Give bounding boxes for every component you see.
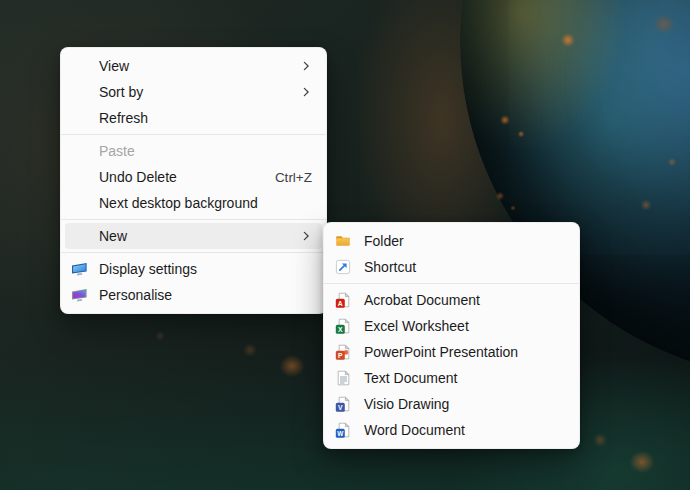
- menu-item-label: New: [99, 228, 127, 244]
- menu-item-personalise[interactable]: Personalise: [65, 282, 322, 308]
- shortcut-icon: [328, 259, 364, 275]
- menu-item-undo-delete[interactable]: Undo Delete Ctrl+Z: [65, 164, 322, 190]
- svg-text:V: V: [338, 404, 343, 411]
- submenu-item-powerpoint-presentation[interactable]: P PowerPoint Presentation: [328, 339, 575, 365]
- submenu-item-word-document[interactable]: W Word Document: [328, 417, 575, 443]
- menu-item-refresh[interactable]: Refresh: [65, 105, 322, 131]
- submenu-item-excel-worksheet[interactable]: X Excel Worksheet: [328, 313, 575, 339]
- keyboard-shortcut: Ctrl+Z: [275, 170, 312, 185]
- menu-item-label: PowerPoint Presentation: [364, 344, 518, 360]
- personalise-icon: [65, 287, 99, 303]
- submenu-item-folder[interactable]: Folder: [328, 228, 575, 254]
- chevron-right-icon: [300, 86, 312, 98]
- svg-text:W: W: [337, 430, 344, 437]
- menu-item-sort-by[interactable]: Sort by: [65, 79, 322, 105]
- menu-item-label: Paste: [99, 143, 135, 159]
- menu-item-label: Shortcut: [364, 259, 416, 275]
- menu-separator: [61, 252, 326, 253]
- powerpoint-icon: P: [328, 344, 364, 360]
- svg-text:P: P: [338, 352, 343, 359]
- menu-item-label: Next desktop background: [99, 195, 258, 211]
- submenu-item-visio-drawing[interactable]: V Visio Drawing: [328, 391, 575, 417]
- menu-item-label: Undo Delete: [99, 169, 177, 185]
- chevron-right-icon: [300, 60, 312, 72]
- menu-item-label: Sort by: [99, 84, 143, 100]
- excel-icon: X: [328, 318, 364, 334]
- menu-separator: [61, 219, 326, 220]
- desktop: View Sort by Refresh Paste Undo Delete C…: [0, 0, 690, 490]
- menu-item-label: Acrobat Document: [364, 292, 480, 308]
- menu-item-view[interactable]: View: [65, 53, 322, 79]
- menu-item-label: Display settings: [99, 261, 197, 277]
- menu-item-label: View: [99, 58, 129, 74]
- acrobat-icon: A: [328, 292, 364, 308]
- menu-item-label: Visio Drawing: [364, 396, 449, 412]
- display-settings-icon: [65, 261, 99, 277]
- menu-item-new[interactable]: New: [65, 223, 322, 249]
- submenu-item-acrobat-document[interactable]: A Acrobat Document: [328, 287, 575, 313]
- submenu-item-text-document[interactable]: Text Document: [328, 365, 575, 391]
- word-icon: W: [328, 422, 364, 438]
- visio-icon: V: [328, 396, 364, 412]
- text-document-icon: [328, 370, 364, 386]
- menu-item-label: Word Document: [364, 422, 465, 438]
- folder-icon: [328, 233, 364, 249]
- menu-item-label: Excel Worksheet: [364, 318, 469, 334]
- menu-separator: [324, 283, 579, 284]
- menu-item-label: Folder: [364, 233, 404, 249]
- chevron-right-icon: [300, 230, 312, 242]
- menu-item-paste: Paste: [65, 138, 322, 164]
- submenu-item-shortcut[interactable]: Shortcut: [328, 254, 575, 280]
- menu-item-label: Text Document: [364, 370, 457, 386]
- svg-text:X: X: [338, 326, 343, 333]
- menu-item-next-desktop-background[interactable]: Next desktop background: [65, 190, 322, 216]
- menu-item-label: Personalise: [99, 287, 172, 303]
- desktop-context-menu: View Sort by Refresh Paste Undo Delete C…: [60, 47, 327, 314]
- menu-separator: [61, 134, 326, 135]
- menu-item-label: Refresh: [99, 110, 148, 126]
- new-submenu: Folder Shortcut A Ac: [323, 222, 580, 449]
- menu-item-display-settings[interactable]: Display settings: [65, 256, 322, 282]
- svg-text:A: A: [338, 300, 343, 307]
